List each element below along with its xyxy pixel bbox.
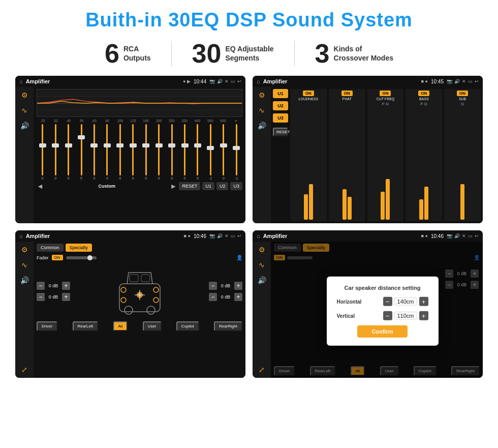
phat-slider-1[interactable] xyxy=(343,189,347,220)
driver-button[interactable]: Driver xyxy=(37,321,57,331)
specialty-tab[interactable]: Specialty xyxy=(66,244,92,252)
user-button[interactable]: User xyxy=(143,321,162,331)
eq-slider-12[interactable]: 0 xyxy=(192,124,203,180)
u2-button-eq[interactable]: U2 xyxy=(216,182,229,190)
eq-slider-3[interactable]: 5 xyxy=(75,124,87,180)
reset-crossover-button[interactable]: RESET xyxy=(273,128,288,136)
eq-slider-2[interactable]: 0 xyxy=(63,124,74,180)
vertical-minus-button[interactable]: − xyxy=(383,311,392,320)
sidebar-tune-icon-3[interactable]: ⚙ xyxy=(21,246,28,254)
u3-crossover-button[interactable]: U3 xyxy=(273,113,288,123)
next-preset-button[interactable]: ► xyxy=(170,182,177,190)
topbar-title-speaker: Amplifier xyxy=(26,233,181,239)
back-icon-2: ↩ xyxy=(475,79,479,84)
freq-320: 320 xyxy=(178,119,191,123)
cutfreq-on-button[interactable]: ON xyxy=(380,91,391,96)
eq-slider-0[interactable]: 0 xyxy=(37,124,48,180)
cutfreq-slider-2[interactable] xyxy=(386,179,390,220)
bass-slider-2[interactable] xyxy=(424,187,428,220)
svg-point-11 xyxy=(121,297,126,303)
sidebar-arrow-icon[interactable]: ⤢ xyxy=(21,366,27,374)
topbar-eq: ⌂ Amplifier ● ▶ 10:44 📷 🔊 ✕ ▭ ↩ xyxy=(15,76,245,87)
loudness-slider-1[interactable] xyxy=(304,194,308,220)
topbar-crossover: ⌂ Amplifier ■ ● 10:45 📷 🔊 ✕ ▭ ↩ xyxy=(253,76,483,87)
close-icon-3: ✕ xyxy=(225,233,229,238)
u3-button-eq[interactable]: U3 xyxy=(230,182,242,190)
db-plus-tl[interactable]: + xyxy=(62,282,70,290)
sidebar-tune-icon-4[interactable]: ⚙ xyxy=(259,246,265,254)
sidebar-speaker-icon-2[interactable]: 🔊 xyxy=(258,122,266,130)
sidebar-speaker-icon-3[interactable]: 🔊 xyxy=(20,276,29,284)
eq-slider-4[interactable]: 0 xyxy=(88,124,100,180)
freq-160: 160 xyxy=(140,119,152,123)
rearright-button[interactable]: RearRight xyxy=(214,321,242,331)
sidebar-tune-icon[interactable]: ⚙ xyxy=(21,91,28,99)
speaker-tabs: Common Specialty xyxy=(37,244,242,252)
eq-slider-9[interactable]: 0 xyxy=(153,124,165,180)
db-value-tl: 0 dB xyxy=(46,283,60,288)
freq-50: 50 xyxy=(75,119,88,123)
eq-slider-7[interactable]: 0 xyxy=(127,124,139,180)
fader-slider[interactable] xyxy=(66,256,97,259)
u2-crossover-button[interactable]: U2 xyxy=(273,101,288,110)
db-minus-tr[interactable]: − xyxy=(209,282,217,290)
copilot-button[interactable]: Copilot xyxy=(176,321,199,331)
horizontal-minus-button[interactable]: − xyxy=(383,297,392,306)
vertical-plus-button[interactable]: + xyxy=(419,311,428,320)
db-minus-br[interactable]: − xyxy=(209,293,217,301)
prev-preset-button[interactable]: ◄ xyxy=(37,182,44,190)
confirm-button[interactable]: Confirm xyxy=(357,325,407,338)
horizontal-plus-button[interactable]: + xyxy=(419,297,428,306)
sidebar-speaker-icon-4[interactable]: 🔊 xyxy=(258,276,266,284)
sidebar-tune-icon-2[interactable]: ⚙ xyxy=(259,91,265,99)
sidebar-wave-icon-4[interactable]: ∿ xyxy=(259,261,265,269)
back-icon: ↩ xyxy=(237,79,241,84)
db-plus-tr[interactable]: + xyxy=(234,282,242,290)
sub-on-button[interactable]: ON xyxy=(457,91,468,96)
eq-slider-1[interactable]: 0 xyxy=(49,124,61,180)
db-control-bottom-left: − 0 dB + xyxy=(37,293,70,301)
sidebar-speaker-icon[interactable]: 🔊 xyxy=(20,122,29,130)
eq-slider-5[interactable]: 0 xyxy=(101,124,113,180)
sub-slider-1[interactable] xyxy=(460,184,464,220)
eq-slider-8[interactable]: 0 xyxy=(140,124,152,180)
phat-slider-2[interactable] xyxy=(348,197,352,220)
phat-on-button[interactable]: ON xyxy=(341,91,353,96)
reset-button-eq[interactable]: RESET xyxy=(179,182,200,190)
u1-crossover-button[interactable]: U1 xyxy=(273,89,288,98)
loudness-slider-2[interactable] xyxy=(309,184,313,220)
bass-slider-1[interactable] xyxy=(419,199,423,220)
sidebar-wave-icon[interactable]: ∿ xyxy=(21,106,27,114)
cutfreq-slider-1[interactable] xyxy=(381,192,385,220)
db-plus-br[interactable]: + xyxy=(234,293,242,301)
bass-on-button[interactable]: ON xyxy=(418,91,429,96)
sidebar-wave-icon-3[interactable]: ∿ xyxy=(21,261,27,269)
freq-200: 200 xyxy=(152,119,165,123)
svg-point-9 xyxy=(121,287,126,292)
rearleft-button[interactable]: RearLeft xyxy=(73,321,99,331)
db-plus-bl[interactable]: + xyxy=(62,293,70,301)
loudness-on-button[interactable]: ON xyxy=(303,91,314,96)
db-minus-tl[interactable]: − xyxy=(37,282,45,290)
svg-point-12 xyxy=(153,297,159,303)
fader-on-button[interactable]: ON xyxy=(52,255,63,260)
expand-icon[interactable]: » xyxy=(230,119,242,123)
screen-body-crossover: ⚙ ∿ 🔊 U1 U2 U3 RESET ON xyxy=(253,87,483,223)
freq-32: 32 xyxy=(49,119,62,123)
eq-slider-15[interactable]: -1 xyxy=(231,124,242,180)
db-minus-bl[interactable]: − xyxy=(37,293,45,301)
camera-icon-2: 📷 xyxy=(447,79,452,84)
all-button[interactable]: All xyxy=(113,321,128,331)
stats-row: 6 RCA Outputs 30 EQ Adjustable Segments … xyxy=(15,40,483,67)
sidebar-arrow-icon-4[interactable]: ⤢ xyxy=(259,366,265,374)
common-tab[interactable]: Common xyxy=(37,244,64,252)
u1-button-eq[interactable]: U1 xyxy=(202,182,214,190)
sidebar-wave-icon-2[interactable]: ∿ xyxy=(259,106,265,114)
eq-slider-6[interactable]: 0 xyxy=(114,124,126,180)
eq-slider-10[interactable]: 0 xyxy=(166,124,177,180)
eq-slider-11[interactable]: 0 xyxy=(179,124,191,180)
eq-graph xyxy=(37,89,242,117)
screen-body-eq: ⚙ ∿ 🔊 xyxy=(15,87,245,223)
eq-slider-14[interactable]: 0 xyxy=(217,124,229,180)
eq-slider-13[interactable]: -1 xyxy=(205,124,216,180)
